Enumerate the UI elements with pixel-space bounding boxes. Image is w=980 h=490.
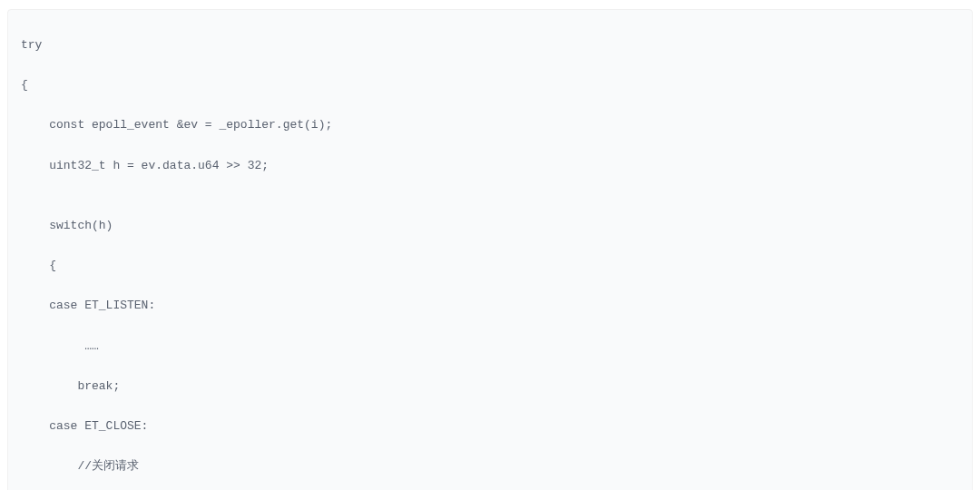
code-line: …… (21, 337, 959, 357)
code-line: switch(h) (21, 216, 959, 236)
code-line: //关闭请求 (21, 456, 959, 476)
code-line: { (21, 75, 959, 95)
code-line: uint32_t h = ev.data.u64 >> 32; (21, 156, 959, 176)
code-line: { (21, 256, 959, 276)
code-line: break; (21, 377, 959, 397)
code-line: case ET_CLOSE: (21, 416, 959, 436)
code-line: try (21, 35, 959, 55)
code-block: try { const epoll_event &ev = _epoller.g… (7, 9, 973, 490)
code-line: const epoll_event &ev = _epoller.get(i); (21, 115, 959, 135)
code-line: case ET_LISTEN: (21, 296, 959, 316)
